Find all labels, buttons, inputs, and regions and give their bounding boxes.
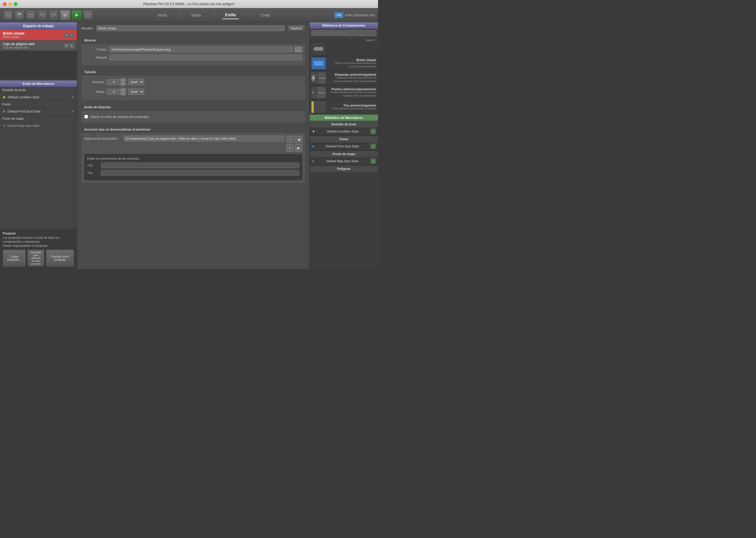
right-scroll[interactable]: WebVR [310, 37, 378, 269]
save-as-btn[interactable]: Guardar como preajuste [46, 249, 74, 267]
marker-item-lensflare[interactable]: ★ Default Lensflare Style ✓ [0, 93, 77, 101]
action-plus-btn[interactable]: + [286, 144, 294, 152]
action-input[interactable]: [Complemento] Caja de página web > Alter… [124, 135, 284, 141]
fichero-input[interactable]: /Users/mariocarvajal/Pictures/Esquina.pn… [109, 47, 293, 52]
svg-point-13 [89, 14, 90, 15]
toolbar-btn-open[interactable] [26, 10, 36, 20]
mr-pointspot-icon: ● [312, 144, 314, 148]
mr-mapspot-item[interactable]: ● Default Map Spot Style + [310, 157, 378, 165]
workspace-preview [0, 51, 77, 79]
nombre-input[interactable]: Botón simple [96, 26, 284, 31]
toolbar-btn-new[interactable] [3, 10, 13, 20]
toolbar-btn-save[interactable] [14, 10, 25, 20]
pointspot-icon: ✳ [2, 109, 6, 114]
add-pointspot-btn[interactable]: + [371, 144, 376, 149]
complement-item-tira[interactable]: Tira anterior/siguiente Tiras laterales … [310, 100, 378, 115]
toolbar: Inicio | Visita | Estilo | Crear kcp kol… [0, 8, 378, 22]
mr-mapspot-label: Default Map Spot Style [316, 159, 369, 163]
anchura-down-btn[interactable]: ▼ [121, 82, 125, 85]
etiqueta-input[interactable] [109, 55, 302, 60]
window-title: Panotour Pro V2.5.5 64bits - La Vía Láct… [143, 2, 235, 6]
delete-caja-btn[interactable]: ✕ [64, 43, 69, 48]
complement-thumb-vr [312, 43, 326, 55]
workspace-item-boton[interactable]: Botón simple Botón simple ✕ ≡ [0, 30, 77, 40]
svg-rect-4 [18, 13, 21, 15]
webvr-label: WebVR [366, 39, 376, 42]
mr-lensflare-label: Default Lensflare Style [317, 130, 369, 133]
duplicar-button[interactable]: Duplicar [287, 25, 305, 31]
complement-tira-desc: Tiras laterales que permiten al usuario [328, 107, 376, 111]
add-mapspot-btn[interactable]: + [371, 158, 376, 164]
url-input[interactable] [101, 162, 299, 168]
svg-marker-10 [76, 14, 78, 17]
tab-inicio[interactable]: Inicio [155, 11, 170, 19]
altura-input[interactable]: 0 [107, 89, 121, 94]
action-minus-btn[interactable]: − [286, 135, 294, 143]
marker-item-destello-header[interactable]: Destello de lente [0, 87, 77, 93]
action-prev-btn[interactable]: ◀ [295, 135, 302, 143]
move-boton-btn[interactable]: ≡ [69, 33, 74, 37]
anchura-up-btn[interactable]: ▲ [121, 79, 125, 82]
tab-visita[interactable]: Visita [188, 11, 204, 19]
workspace-item-caja[interactable]: Caja de página web Caja de página web ✕ … [0, 40, 77, 51]
preset-title: Preajuste [3, 232, 74, 235]
complement-item-vr[interactable] [310, 42, 378, 56]
action-next-btn[interactable]: ▶ [295, 144, 302, 152]
marker-item-mapa-header[interactable]: Punto de mapa [0, 115, 77, 122]
maximize-button[interactable] [14, 2, 18, 6]
browse-button[interactable]: ... [295, 47, 302, 52]
logo-text: kolor panotour pro [345, 13, 375, 17]
tab-crear[interactable]: Crear [258, 11, 273, 19]
search-input[interactable] [312, 30, 376, 36]
minimize-button[interactable] [8, 2, 12, 6]
marker-item-punto-header[interactable]: Punto [0, 101, 77, 108]
svg-point-16 [318, 47, 323, 51]
workspace-item-sub-caja: Caja de página web [3, 46, 34, 49]
mr-poligono-header: Polígono [310, 165, 378, 172]
complement-thumb-boton [312, 58, 326, 69]
title-input[interactable] [101, 170, 299, 176]
toolbar-btn-settings[interactable] [60, 10, 70, 20]
altura-unit-select[interactable]: pixel % em [128, 88, 144, 95]
save-other-btn[interactable]: Guárdelo para utilizarlo en otro proyect… [28, 249, 44, 267]
anchura-input[interactable]: 0 [107, 79, 121, 85]
params-title: Editar los parámetros de las acciones [87, 157, 299, 160]
complement-item-etiquetas[interactable]: ◀ Previous Etiquetas anterior/siguiente … [310, 71, 378, 85]
toolbar-btn-play[interactable] [72, 10, 82, 20]
delete-boton-btn[interactable]: ✕ [64, 33, 69, 37]
workspace-item-sub-boton: Botón simple [3, 35, 25, 38]
mr-pointspot-item[interactable]: ● Default Point Spot Style + [310, 142, 378, 150]
center-panel: Nombre: Botón simple Duplicar Mostrar Fi… [77, 22, 310, 269]
complement-item-boton[interactable]: Botón simple Botón simple que desencaden… [310, 56, 378, 71]
add-lensflare-btn[interactable]: + [371, 129, 376, 134]
marcadores-header: Biblioteca de Marcadores [310, 115, 378, 121]
toolbar-btn-camera[interactable] [83, 10, 93, 20]
toolbar-btn-undo[interactable] [37, 10, 47, 20]
altura-up-btn[interactable]: ▲ [121, 88, 125, 92]
anchura-unit-select[interactable]: pixel % em [128, 79, 144, 85]
svg-point-9 [63, 14, 67, 17]
center-scroll[interactable]: Mostrar Fichero /Users/mariocarvajal/Pic… [77, 34, 310, 269]
anchura-stepper: 0 ▲ ▼ [107, 78, 126, 86]
complement-item-puntos[interactable]: Previous Puntos anteriores/posteriores P… [310, 85, 378, 100]
move-caja-btn[interactable]: ≡ [69, 43, 74, 48]
close-button[interactable] [3, 2, 7, 6]
url-label: URL [87, 164, 98, 167]
right-panel: Biblioteca de Complementos WebVR [310, 22, 378, 269]
toolbar-btn-redo[interactable] [49, 10, 59, 20]
altura-down-btn[interactable]: ▼ [121, 92, 125, 95]
svg-text:Previous: Previous [318, 92, 326, 94]
logo: kcp kolor panotour pro [334, 12, 375, 18]
complement-tira-name: Tira anterior/siguiente [328, 104, 376, 107]
marker-item-pointspot[interactable]: ✳ Default Point Spot Style ✓ [0, 108, 77, 115]
etiqueta-checkbox-label: Utilizar un estilo de etiqueta personali… [90, 115, 149, 119]
marker-item-mapspot[interactable]: ✳ Default Map Spot Style [0, 122, 77, 130]
title-label: Title [87, 171, 98, 175]
load-preset-btn[interactable]: Cargar preajuste... [3, 249, 26, 267]
mr-lensflare-item[interactable]: ★ Default Lensflare Style + [310, 127, 378, 135]
preset-buttons: Cargar preajuste... Guárdelo para utiliz… [3, 249, 74, 267]
marker-pointspot-label: Default Point Spot Style [7, 110, 69, 113]
etiqueta-checkbox[interactable] [84, 115, 88, 119]
pointspot-check-icon: ✓ [71, 109, 75, 114]
tab-estilo[interactable]: Estilo [222, 11, 239, 19]
